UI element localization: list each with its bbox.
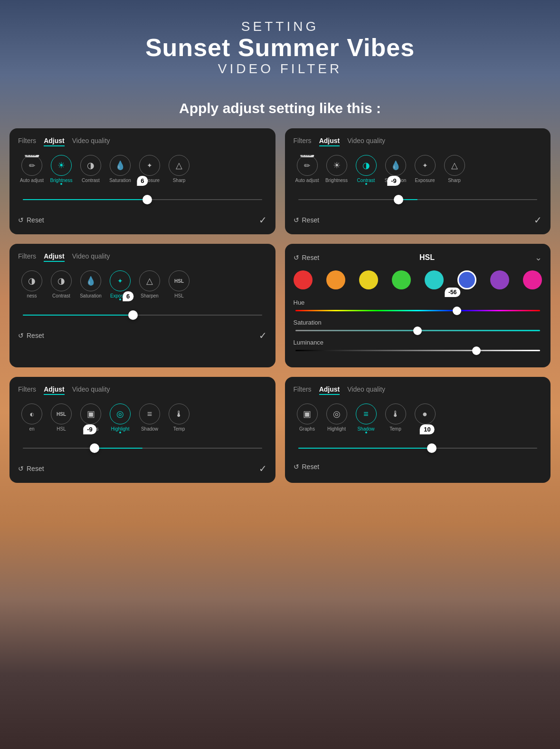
hsl-header: ↺ Reset HSL ⌄ [294,252,542,263]
check-icon-2[interactable]: ✓ [534,214,542,226]
tab-filters-6[interactable]: Filters [294,385,312,395]
lum-thumb[interactable] [472,346,481,355]
tab-adjust-1[interactable]: Adjust [44,137,65,146]
icon-shadow-5[interactable]: ≡ Shadow [136,403,163,433]
subtitle: Apply adjust setting like this : [9,100,551,116]
icon-temp-6[interactable]: 🌡 Temp [382,403,409,433]
icon-exposure-2[interactable]: ✦ Exposure [411,155,439,185]
slider-track-6[interactable]: 10 [298,448,538,449]
icon-brightness-1[interactable]: ☀ Brightness [47,155,75,185]
icon-brightness-2[interactable]: ☀ Brightness [323,155,351,185]
hue-thumb[interactable]: -56 [453,307,461,315]
tab-filters-2[interactable]: Filters [294,137,312,146]
check-icon-1[interactable]: ✓ [259,214,267,226]
panel2-footer: ↺ Reset ✓ [294,214,542,226]
reset-btn-2[interactable]: ↺ Reset [294,216,320,224]
color-dot-pink[interactable] [523,270,542,289]
lum-slider-row: Luminance [294,339,542,351]
hsl-down-icon[interactable]: ⌄ [535,252,542,263]
exposure-icon-2: ✦ [415,155,436,176]
icon-autoadjust-2[interactable]: ✏ PRO Auto adjust [294,155,321,185]
tab-videoquality-5[interactable]: Video quality [72,385,110,395]
graphs-icon-6: ▣ [297,403,318,424]
color-dot-orange[interactable] [326,270,345,289]
slider-track-1[interactable]: 6 [23,199,262,200]
sat-thumb[interactable] [413,326,422,335]
color-dot-green[interactable] [392,270,411,289]
icon-hsl-5[interactable]: HSL HSL [47,403,75,433]
reset-btn-3[interactable]: ↺ Reset [18,332,44,339]
reset-btn-6[interactable]: ↺ Reset [294,463,320,471]
slider-track-3[interactable]: 6 [23,315,262,316]
icon-en-5[interactable]: ◐ en [18,403,46,433]
icon-shadow-6[interactable]: ≡ Shadow [352,403,380,433]
contrast-label-3: Contrast [52,293,70,298]
icon-saturation-3[interactable]: 💧 Saturation [77,270,104,300]
tab-videoquality-3[interactable]: Video quality [72,252,110,262]
color-dot-blue[interactable] [457,270,476,289]
sat-slider-row: Saturation [294,319,542,331]
icon-highlight-6[interactable]: ◎ Highlight [323,403,351,433]
ness-icon-3: ◑ [21,270,42,291]
color-dot-yellow[interactable] [359,270,378,289]
icon-contrast-3[interactable]: ◑ Contrast [47,270,75,300]
panel-shadow: Filters Adjust Video quality ▣ Graphs ◎ … [285,377,551,483]
sat-label: Saturation [294,319,542,326]
tab-adjust-2[interactable]: Adjust [319,137,340,146]
slider-thumb-3[interactable]: 6 [128,310,138,320]
icon-graphs-6[interactable]: ▣ Graphs [294,403,321,433]
reset-icon-5: ↺ [18,465,24,472]
slider-container-1: 6 [18,194,267,210]
icons-row-6: ▣ Graphs ◎ Highlight ≡ Shadow 🌡 Temp [294,403,542,433]
slider-track-2[interactable]: -9 [298,199,538,200]
check-icon-3[interactable]: ✓ [259,330,267,341]
sharp-icon-2: △ [444,155,465,176]
tab-videoquality-2[interactable]: Video quality [347,137,385,146]
lum-track[interactable] [295,350,541,351]
sharpen-icon-3: △ [139,270,160,291]
slider-track-5[interactable]: -9 [23,448,262,449]
check-icon-5[interactable]: ✓ [259,463,267,474]
value-bubble-5: -9 [83,424,96,434]
icon-autoadjust-1[interactable]: ✏ PRO Auto adjust [18,155,46,185]
icon-contrast-2[interactable]: ◑ Contrast [352,155,380,185]
tab-videoquality-1[interactable]: Video quality [72,137,110,146]
reset-btn-1[interactable]: ↺ Reset [18,216,44,224]
reset-icon-1: ↺ [18,216,24,224]
brightness-dot-1 [60,183,62,185]
tab-adjust-6[interactable]: Adjust [319,385,340,395]
color-dot-cyan[interactable] [425,270,444,289]
icon-sharpen-3[interactable]: △ Sharpen [136,270,163,300]
color-dot-purple[interactable] [490,270,509,289]
sat-track[interactable] [295,330,541,331]
reset-btn-hsl[interactable]: ↺ Reset [294,254,320,261]
icon-saturation-1[interactable]: 💧 Saturation [106,155,134,185]
color-dot-red[interactable] [294,270,313,289]
icon-highlight-5[interactable]: ◎ Highlight [106,403,134,433]
tab-filters-3[interactable]: Filters [18,252,36,262]
tab-adjust-3[interactable]: Adjust [44,252,65,262]
icon-contrast-1[interactable]: ◑ Contrast [77,155,104,185]
slider-thumb-1[interactable]: 6 [142,195,152,204]
slider-thumb-2[interactable]: -9 [394,195,403,204]
tab-filters-1[interactable]: Filters [18,137,36,146]
value-bubble-1: 6 [137,176,148,186]
slider-thumb-5[interactable]: -9 [90,443,99,453]
reset-label-3: Reset [27,332,44,339]
hue-track[interactable]: -56 [295,310,541,311]
icon-sharp-2[interactable]: △ Sharp [441,155,468,185]
en-icon-5: ◐ [21,403,42,424]
icon-sharp-1[interactable]: △ Sharp [165,155,193,185]
panel6-footer: ↺ Reset [294,463,542,471]
tab-adjust-5[interactable]: Adjust [44,385,65,395]
slider-thumb-6[interactable]: 10 [427,443,437,453]
autoadjust-label-2: Auto adjust [295,178,319,183]
icon-temp-5[interactable]: 🌡 Temp [165,403,193,433]
tab-filters-5[interactable]: Filters [18,385,36,395]
tab-videoquality-6[interactable]: Video quality [347,385,385,395]
shadow-dot-6 [365,432,367,433]
icon-hsl-3[interactable]: HSL HSL [165,270,193,300]
reset-btn-5[interactable]: ↺ Reset [18,465,44,472]
icon-ness-3[interactable]: ◑ ness [18,270,46,300]
icons-row-3: ◑ ness ◑ Contrast 💧 Saturation ✦ Exposur… [18,270,267,300]
